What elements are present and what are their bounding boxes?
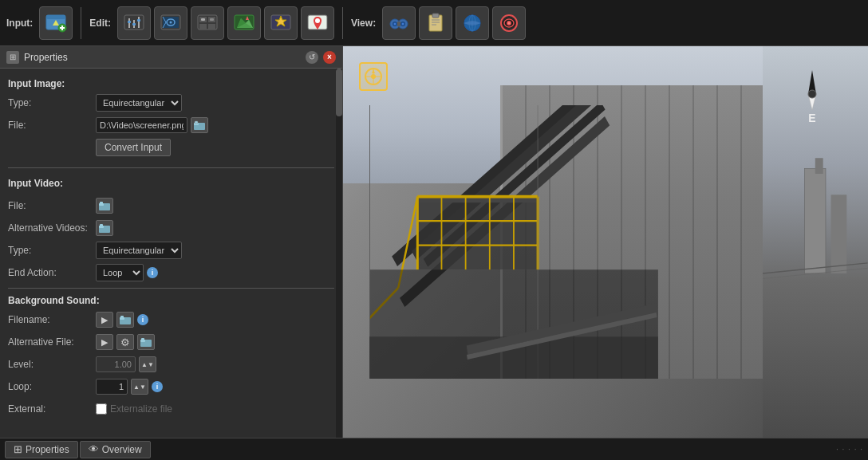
bg-filename-control: ▶ i xyxy=(96,312,334,328)
svg-rect-11 xyxy=(132,23,136,26)
bg-alt-play-button[interactable]: ▶ xyxy=(96,334,113,350)
bg-browse-button[interactable] xyxy=(116,312,134,328)
alt-videos-control xyxy=(96,220,334,236)
svg-point-102 xyxy=(808,90,816,98)
bg-loop-spin-button[interactable]: ▲▼ xyxy=(131,379,148,395)
view-clipboard-button[interactable] xyxy=(419,6,452,40)
video-file-label: File: xyxy=(8,200,96,211)
video-type-select[interactable]: Equirectangular Cubemap Fisheye Flat xyxy=(96,242,182,259)
svg-point-51 xyxy=(508,22,511,24)
bg-external-row: External: Externalize file xyxy=(8,400,334,418)
bg-externalize-label: Externalize file xyxy=(110,403,172,415)
properties-tab[interactable]: ⊞ Properties xyxy=(5,441,78,458)
overview-tab-icon: 👁 xyxy=(89,443,99,455)
type-label: Type: xyxy=(8,97,96,108)
svg-point-29 xyxy=(315,18,320,23)
svg-rect-90 xyxy=(805,168,826,273)
input-video-section-label: Input Video: xyxy=(8,178,63,189)
svg-point-35 xyxy=(394,22,397,25)
view-binoculars-button[interactable] xyxy=(382,6,416,40)
alt-videos-row: Alternative Videos: xyxy=(8,219,334,237)
view-eye-settings-button[interactable] xyxy=(492,6,526,40)
svg-point-98 xyxy=(371,74,376,79)
bg-filename-row: Filename: ▶ i xyxy=(8,311,334,328)
bg-level-label: Level: xyxy=(8,359,96,370)
type-select[interactable]: Equirectangular Cubemap Fisheye Flat xyxy=(96,94,182,112)
bg-external-label: External: xyxy=(8,403,96,415)
properties-header: ⊞ Properties ↺ × xyxy=(0,46,342,69)
svg-rect-92 xyxy=(831,195,847,273)
type-row: Type: Equirectangular Cubemap Fisheye Fl… xyxy=(8,94,334,112)
position-indicator xyxy=(359,62,388,91)
bg-loop-input[interactable] xyxy=(96,379,128,395)
video-type-label: Type: xyxy=(8,245,96,256)
properties-refresh-button[interactable]: ↺ xyxy=(306,51,318,64)
staircase xyxy=(369,105,658,379)
view-globe-button[interactable] xyxy=(456,6,489,40)
svg-rect-57 xyxy=(100,202,103,204)
input-add-button[interactable] xyxy=(39,6,73,40)
divider-2 xyxy=(8,288,334,289)
end-action-select[interactable]: Loop Stop Rewind xyxy=(96,264,144,281)
overview-tab[interactable]: 👁 Overview xyxy=(80,441,151,458)
svg-rect-38 xyxy=(432,14,439,18)
file-control xyxy=(96,117,334,133)
bg-loop-info-icon: i xyxy=(152,381,163,392)
alt-videos-browse-button[interactable] xyxy=(96,220,113,236)
bg-external-checkbox[interactable] xyxy=(96,403,107,415)
svg-rect-20 xyxy=(199,24,207,29)
edit-adjust-button[interactable] xyxy=(117,6,151,40)
end-action-control: Loop Stop Rewind i xyxy=(96,264,334,281)
file-row: File: xyxy=(8,116,334,134)
svg-rect-63 xyxy=(120,316,124,318)
bg-play-button[interactable]: ▶ xyxy=(96,312,113,328)
left-panel: ⊞ Properties ↺ × Input Image: Type: Equi… xyxy=(0,46,343,438)
view-label: View: xyxy=(351,18,376,29)
edit-grid-button[interactable] xyxy=(191,6,224,40)
edit-hotspot-button[interactable] xyxy=(264,6,298,40)
file-browse-button[interactable] xyxy=(191,117,208,133)
bg-alt-gear-button[interactable]: ⚙ xyxy=(116,334,134,350)
convert-row: Convert Input xyxy=(8,139,334,161)
svg-rect-21 xyxy=(208,24,215,29)
svg-rect-12 xyxy=(137,19,140,22)
edit-view-button[interactable] xyxy=(154,6,187,40)
convert-input-button[interactable]: Convert Input xyxy=(96,139,171,156)
file-input[interactable] xyxy=(96,117,187,133)
end-action-label: End Action: xyxy=(8,267,96,278)
svg-text:E: E xyxy=(808,112,815,122)
bottom-bar: ⊞ Properties 👁 Overview · · · · · xyxy=(0,438,868,460)
overview-tab-label: Overview xyxy=(102,444,142,455)
scroll-thumb[interactable] xyxy=(336,69,342,116)
main-area: ⊞ Properties ↺ × Input Image: Type: Equi… xyxy=(0,46,868,438)
bg-alt-file-label: Alternative File: xyxy=(8,336,96,348)
bg-alt-file-row: Alternative File: ▶ ⚙ xyxy=(8,333,334,351)
properties-close-button[interactable]: × xyxy=(323,51,336,64)
bg-loop-label: Loop: xyxy=(8,381,96,392)
input-video-section-row: Input Video: xyxy=(8,175,334,192)
svg-rect-23 xyxy=(210,18,214,21)
bg-level-spin-button[interactable]: ▲▼ xyxy=(139,356,156,372)
svg-rect-1 xyxy=(46,15,65,19)
edit-gmaps-button[interactable] xyxy=(301,6,334,40)
main-toolbar: Input: Edit: xyxy=(0,0,868,46)
svg-rect-91 xyxy=(815,158,823,174)
end-action-row: End Action: Loop Stop Rewind i xyxy=(8,264,334,281)
view-area[interactable]: E xyxy=(343,46,868,438)
toolbar-separator-2 xyxy=(342,7,343,39)
bg-level-control: ▲▼ xyxy=(96,356,334,372)
bg-level-input[interactable] xyxy=(96,356,136,372)
bg-alt-browse-button[interactable] xyxy=(137,334,155,350)
video-type-control: Equirectangular Cubemap Fisheye Flat xyxy=(96,242,334,259)
edit-map1-button[interactable] xyxy=(227,6,261,40)
compass: E xyxy=(788,66,836,122)
bg-external-control: Externalize file xyxy=(96,403,334,415)
video-file-browse-button[interactable] xyxy=(96,198,113,214)
view-dots: · · · · · xyxy=(836,445,863,454)
svg-rect-22 xyxy=(201,18,205,21)
svg-rect-66 xyxy=(141,338,144,340)
divider-1 xyxy=(8,167,334,168)
svg-marker-99 xyxy=(372,69,375,73)
svg-rect-71 xyxy=(417,196,538,269)
video-type-row: Type: Equirectangular Cubemap Fisheye Fl… xyxy=(8,242,334,259)
